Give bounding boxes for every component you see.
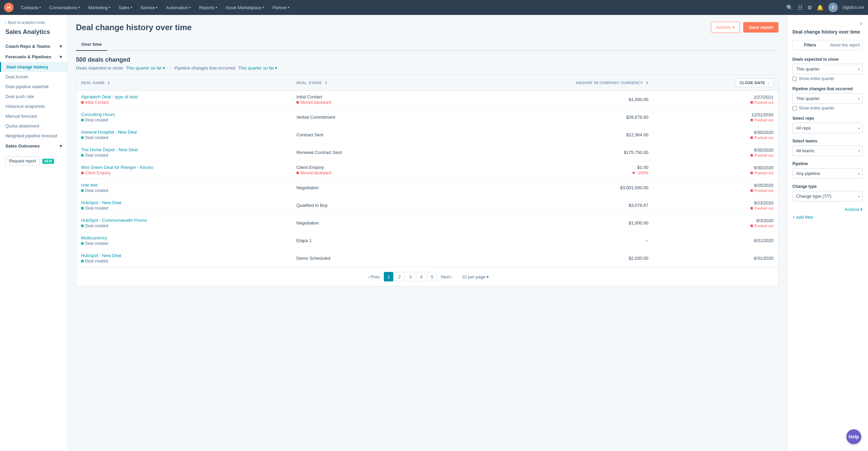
pagination-prev[interactable]: ‹ Prev (366, 273, 382, 281)
pipeline-select[interactable]: Any pipeline (792, 168, 863, 179)
actions-button[interactable]: Actions ▾ (711, 22, 740, 33)
sidebar-item-historical-snapshots[interactable]: Historical snapshots (0, 101, 67, 111)
nav-sales[interactable]: Sales ▾ (115, 4, 136, 12)
deal-name-cell: The Home Depot - New Deal Deal created (76, 144, 292, 161)
nav-conversations[interactable]: Conversations ▾ (46, 4, 83, 12)
deal-name-link[interactable]: Multicurrency (81, 235, 287, 240)
page-btn-4[interactable]: 4 (416, 272, 426, 281)
notifications-icon[interactable]: 🔔 (817, 4, 824, 11)
deal-status-dot (81, 260, 84, 262)
deal-name-link[interactable]: The Home Depot - New Deal (81, 147, 287, 152)
filter-row: Deals expected to close: This quarter so… (76, 65, 778, 71)
pushed-out-dot (750, 172, 753, 174)
panel-collapse-button[interactable]: » (792, 20, 863, 26)
page-btn-5[interactable]: 5 (427, 272, 437, 281)
report-tabs: Over time (76, 38, 778, 51)
pagination-next[interactable]: Next › (438, 273, 455, 281)
deal-stage-cell: Qualified to Buy (292, 197, 436, 214)
deal-stage-label: Negotiation (296, 220, 319, 225)
col-close-date[interactable]: CLOSE DATE ↓ (653, 75, 778, 91)
deal-name-link[interactable]: General Hospital - New Deal (81, 130, 287, 135)
deal-status-text: Deal created (85, 223, 108, 228)
panel-tab-filters[interactable]: Filters (793, 40, 828, 50)
settings-icon[interactable]: ⚙ (807, 4, 812, 11)
close-date-cell: 9/30/2020 Pushed out (653, 161, 778, 179)
deals-table: DEAL NAME ⇕ DEAL STAGE ⇕ AMOUNT IN COMPA… (76, 75, 778, 267)
deal-status-text: Deal created (85, 206, 108, 211)
page-header: Deal change history over time Actions ▾ … (76, 22, 778, 33)
sidebar-section-forecasts[interactable]: Forecasts & Pipelines ▾ (0, 52, 67, 62)
help-button[interactable]: Help (846, 429, 861, 444)
close-date-value: 2/27/2021 (658, 95, 773, 100)
pushed-out-dot (750, 101, 753, 104)
show-entire-quarter-checkbox-1[interactable] (792, 77, 797, 81)
sidebar-item-deal-pipeline-waterfall[interactable]: Deal pipeline waterfall (0, 82, 67, 92)
change-type-select[interactable]: Change type (7/7) (792, 191, 863, 201)
nav-marketing[interactable]: Marketing ▾ (85, 4, 114, 12)
sidebar-item-deal-change-history[interactable]: Deal change history (0, 62, 67, 72)
nav-automation[interactable]: Automation ▾ (162, 4, 194, 12)
filter-deals-expected[interactable]: This quarter so far ▾ (126, 65, 165, 71)
per-page-selector[interactable]: 10 per page ▾ (462, 274, 489, 279)
request-report-button[interactable]: Request report (5, 157, 40, 165)
panel-actions-link[interactable]: Actions ▾ (845, 207, 863, 212)
hubspot-logo[interactable]: H (4, 3, 14, 12)
table-row: cole test Deal created Negotiation$3,001… (76, 179, 778, 197)
reps-select[interactable]: All reps (792, 123, 863, 133)
apps-icon[interactable]: ☷ (798, 4, 803, 11)
deal-name-link[interactable]: Alphatech Deal - type of deal (81, 94, 287, 99)
sidebar-item-quota-attainment[interactable]: Quota attainment (0, 121, 67, 131)
close-date-value: 9/30/2020 (658, 130, 773, 135)
back-to-analytics-tools[interactable]: ‹ Back to analytics tools (0, 20, 67, 28)
pipeline-changes-select[interactable]: This quarter (792, 93, 863, 104)
nav-partner[interactable]: Partner ▾ (269, 4, 293, 12)
sidebar-section-sales-outcomes[interactable]: Sales Outcomes ▾ (0, 141, 67, 151)
col-deal-stage[interactable]: DEAL STAGE ⇕ (292, 75, 436, 91)
deal-name-link[interactable]: HubSpot - New Deal (81, 253, 287, 258)
nav-asset-marketplace[interactable]: Asset Marketplace ▾ (222, 4, 268, 12)
page-btn-3[interactable]: 3 (406, 272, 415, 281)
search-icon[interactable]: 🔍 (786, 4, 793, 11)
nav-service[interactable]: Service ▾ (137, 4, 161, 12)
save-report-button[interactable]: Save report (743, 22, 778, 33)
sidebar-item-deal-funnel[interactable]: Deal funnel (0, 72, 67, 82)
show-entire-quarter-checkbox-2[interactable] (792, 106, 797, 111)
deal-name-cell: Consulting Hours Deal created (76, 109, 292, 126)
decrease-icon (632, 172, 635, 174)
deal-name-cell: HubSpot - New Deal Deal created (76, 197, 292, 214)
deal-stage-label: Negotiation (296, 185, 319, 190)
panel-tab-about[interactable]: About this report (828, 40, 863, 50)
sidebar-item-manual-forecast[interactable]: Manual forecast (0, 111, 67, 121)
avatar[interactable]: B (828, 3, 838, 12)
deal-name-link[interactable]: Consulting Hours (81, 112, 287, 117)
deal-name-cell: cole test Deal created (76, 179, 292, 197)
deal-status: Deal created (81, 135, 287, 140)
add-filter-button[interactable]: + Add filter (792, 215, 863, 220)
deal-name-link[interactable]: HubSpot - Commonwealth Promo (81, 218, 287, 223)
deal-status: Intial Contact (81, 100, 287, 105)
deal-name-link[interactable]: Mint Green Deal for Reinger - Klocko (81, 165, 287, 170)
sidebar-item-deal-push-rate[interactable]: Deal push rate (0, 92, 67, 101)
filter-pipeline-changes[interactable]: This quarter so far ▾ (238, 65, 278, 71)
col-amount[interactable]: AMOUNT IN COMPANY CURRENCY ⇕ (436, 75, 653, 91)
col-deal-name[interactable]: DEAL NAME ⇕ (76, 75, 292, 91)
new-badge: NEW (42, 159, 54, 164)
teams-select[interactable]: All teams (792, 145, 863, 156)
deal-stage-cell: Negotiation (292, 214, 436, 232)
page-btn-1[interactable]: 1 (384, 272, 393, 281)
page-btn-2[interactable]: 2 (395, 272, 404, 281)
tab-over-time[interactable]: Over time (76, 38, 107, 51)
nav-contacts[interactable]: Contacts ▾ (18, 4, 44, 12)
deal-name-link[interactable]: HubSpot - New Deal (81, 200, 287, 205)
amount-value: -- (645, 238, 648, 243)
deal-name-link[interactable]: cole test (81, 182, 287, 188)
close-date-cell: 8/31/2020 (653, 250, 778, 267)
sidebar-item-weighted-pipeline-forecast[interactable]: Weighted pipeline forecast (0, 131, 67, 141)
main-content: Deal change history over time Actions ▾ … (68, 15, 787, 451)
deals-expected-select[interactable]: This quarter (792, 64, 863, 74)
table-row: The Home Depot - New Deal Deal created R… (76, 144, 778, 161)
deal-status-dot (81, 119, 84, 121)
nav-reports[interactable]: Reports ▾ (196, 4, 221, 12)
deal-stage-cell: Renewal Contract Sent (292, 144, 436, 161)
sidebar-section-coach-reps[interactable]: Coach Reps & Teams ▾ (0, 41, 67, 52)
